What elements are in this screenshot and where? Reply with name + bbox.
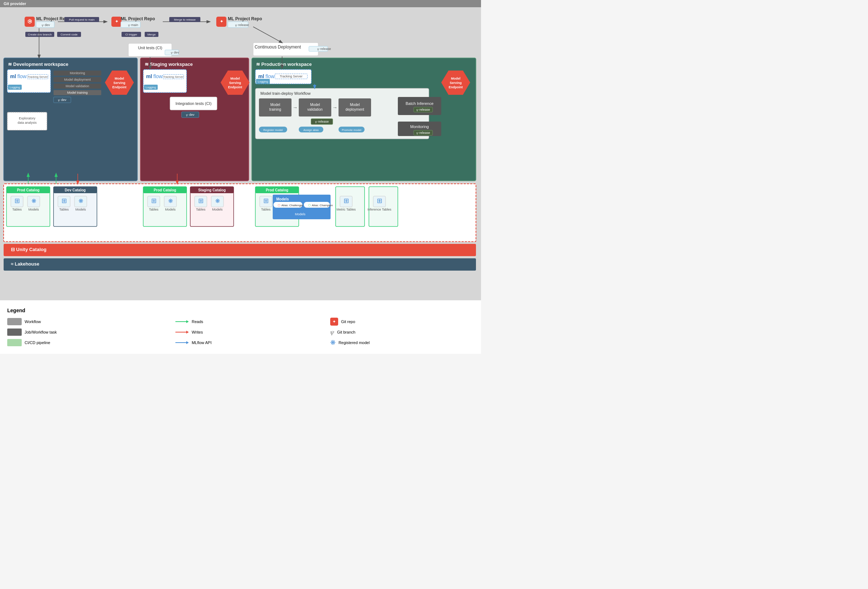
- commit-code-label: Commit code: [61, 33, 78, 36]
- svg-text:𝜓 dev: 𝜓 dev: [186, 113, 195, 117]
- git-provider-bar: Git provider: [0, 0, 481, 7]
- legend-ci-cd: CI/CD pipeline: [7, 339, 161, 346]
- svg-text:Tracking Server: Tracking Server: [280, 74, 303, 78]
- svg-text:Model: Model: [230, 77, 240, 80]
- svg-text:Register model: Register model: [263, 129, 283, 132]
- writes-label: Writes: [192, 330, 203, 334]
- registered-model-label: Registered model: [338, 340, 370, 345]
- unit-tests-branch: 𝜓 dev: [171, 51, 179, 55]
- svg-text:Tables: Tables: [149, 208, 159, 211]
- svg-text:𝜓 release: 𝜓 release: [416, 108, 430, 112]
- svg-text:ml: ml: [258, 74, 264, 79]
- legend-registered-model: ❋ Registered model: [330, 339, 474, 346]
- job-task-icon: [7, 329, 22, 336]
- legend-job-task: Job/Workflow task: [7, 329, 161, 336]
- svg-text:Models: Models: [165, 208, 176, 211]
- svg-text:Tables: Tables: [12, 208, 22, 211]
- pull-request-label: Pull request to main: [69, 18, 95, 21]
- mlflow-arrow: [176, 341, 189, 344]
- svg-text:Alias: Champion: Alias: Champion: [312, 204, 333, 207]
- svg-text:Models: Models: [295, 212, 306, 216]
- cd-label: Continuous Deployment: [255, 44, 301, 50]
- svg-text:❋: ❋: [31, 198, 36, 204]
- svg-text:Dev Catalog: Dev Catalog: [65, 188, 86, 192]
- svg-text:Logging: Logging: [146, 86, 156, 89]
- svg-text:Endpoint: Endpoint: [112, 85, 127, 89]
- svg-text:Models: Models: [75, 208, 86, 211]
- svg-text:⊞: ⊞: [62, 197, 67, 204]
- svg-text:❋: ❋: [78, 198, 83, 204]
- svg-text:Endpoint: Endpoint: [449, 85, 463, 89]
- svg-text:Promote model: Promote model: [342, 129, 361, 132]
- svg-text:flow: flow: [266, 74, 275, 79]
- svg-text:❋: ❋: [168, 198, 173, 204]
- repo3-branch: 𝜓 release: [235, 23, 249, 27]
- merge-label: Merge: [148, 33, 156, 36]
- prod-workflow-title: Model train-deploy Workflow: [260, 91, 311, 96]
- staging-workspace-title: ≋ Staging workspace: [145, 62, 193, 67]
- repo3-label: ML Project Repo: [228, 16, 262, 21]
- writes-arrow: [176, 331, 189, 334]
- prod-workspace-title: ≋ Production workspace: [256, 62, 312, 67]
- svg-text:⊞: ⊞: [151, 197, 156, 204]
- svg-text:⬡: ⬡: [308, 204, 311, 207]
- svg-text:Alias: Challenger: Alias: Challenger: [281, 204, 303, 207]
- svg-text:Model: Model: [350, 103, 360, 107]
- svg-text:Models: Models: [276, 197, 289, 201]
- git-provider-label: Git provider: [4, 1, 26, 6]
- svg-text:✦: ✦: [220, 19, 223, 24]
- reads-label: Reads: [192, 320, 203, 324]
- repo1-branch: 𝜓 dev: [41, 23, 50, 27]
- svg-text:Model training: Model training: [67, 91, 88, 95]
- merge-to-release-label: Merge to release: [174, 18, 196, 21]
- svg-text:Assign alias: Assign alias: [303, 129, 319, 132]
- svg-text:𝜓 release: 𝜓 release: [416, 131, 430, 135]
- git-repo-icon: ✦: [330, 318, 338, 326]
- svg-text:Integration tests (CI): Integration tests (CI): [176, 101, 211, 106]
- legend-workflow: Workflow: [7, 318, 161, 325]
- svg-text:Batch Inference: Batch Inference: [406, 101, 433, 106]
- ci-cd-label: CI/CD pipeline: [25, 340, 50, 345]
- svg-rect-166: [4, 258, 476, 271]
- svg-text:Monitoring: Monitoring: [70, 71, 85, 75]
- svg-text:Model: Model: [115, 77, 124, 80]
- svg-text:Tracking Server: Tracking Server: [163, 75, 184, 78]
- legend-grid: Workflow Reads ✦ Git repo Job/Workflow t…: [7, 318, 474, 346]
- legend-section: Legend Workflow Reads ✦ Git repo: [0, 300, 481, 354]
- svg-text:Model: Model: [270, 103, 280, 107]
- svg-text:Model: Model: [310, 103, 320, 107]
- legend-git-repo: ✦ Git repo: [330, 318, 474, 326]
- writes-head: [186, 331, 189, 334]
- svg-text:Logging: Logging: [10, 86, 20, 89]
- svg-text:❋: ❋: [215, 198, 220, 204]
- ci-cd-icon: [7, 339, 22, 346]
- svg-text:Serving: Serving: [113, 81, 125, 85]
- svg-text:Models: Models: [28, 208, 39, 211]
- svg-text:✦: ✦: [28, 19, 31, 24]
- svg-text:Tables: Tables: [59, 208, 69, 211]
- mlflow-shaft: [176, 342, 186, 343]
- svg-text:𝜓 dev: 𝜓 dev: [58, 98, 66, 102]
- reads-shaft: [176, 321, 186, 322]
- mlflow-head: [186, 341, 189, 344]
- workflow-icon: [7, 318, 22, 325]
- svg-text:Serving: Serving: [450, 81, 462, 85]
- svg-text:Model deployment: Model deployment: [64, 78, 91, 81]
- svg-text:Model validation: Model validation: [65, 84, 89, 88]
- svg-text:ml: ml: [146, 74, 152, 79]
- cd-branch: 𝜓 release: [317, 47, 331, 51]
- svg-text:Monitoring: Monitoring: [410, 124, 428, 129]
- svg-text:validation: validation: [307, 108, 323, 111]
- svg-text:Tables: Tables: [261, 208, 271, 211]
- job-task-label: Job/Workflow task: [25, 330, 57, 334]
- diagram-container: Git provider ⬡ ✦ ML Project Repo 𝜓 dev C…: [0, 0, 481, 354]
- svg-text:⬡: ⬡: [278, 204, 280, 207]
- lakehouse-label: ≈ Lakehouse: [11, 261, 40, 266]
- svg-text:deployment: deployment: [345, 108, 364, 111]
- svg-text:→: →: [292, 105, 298, 110]
- svg-text:flow: flow: [154, 74, 163, 79]
- svg-text:Staging Catalog: Staging Catalog: [198, 188, 226, 192]
- repo2-label: ML Project Repo: [121, 16, 155, 21]
- svg-text:training: training: [269, 108, 281, 111]
- svg-text:⊞: ⊞: [344, 197, 349, 204]
